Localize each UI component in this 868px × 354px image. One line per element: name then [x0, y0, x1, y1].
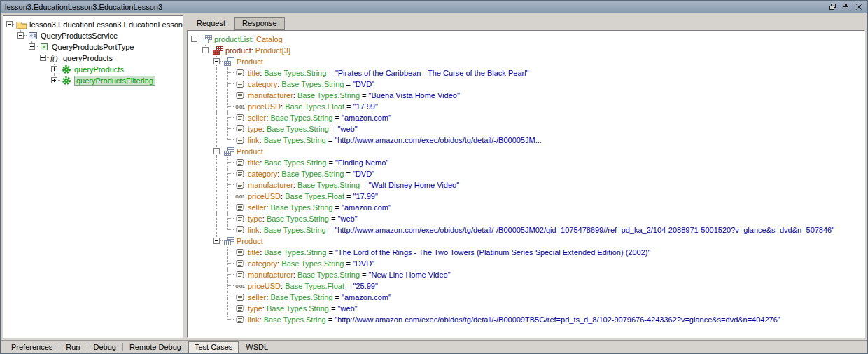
label: =: [333, 292, 342, 302]
tree-guide: [211, 90, 223, 101]
float-field-icon: 0.01: [234, 101, 246, 112]
node-field-type[interactable]: type: Base Types.String = "web": [189, 123, 863, 135]
node-field-type[interactable]: type: Base Types.String = "web": [189, 213, 863, 224]
string-field-icon: [234, 213, 246, 224]
porttype-icon: [38, 41, 50, 53]
label: =: [360, 180, 369, 190]
tree-guide: [200, 90, 211, 101]
node-field-manufacturer[interactable]: manufacturer: Base Types.String = "New L…: [189, 269, 863, 280]
tree-guide: [200, 292, 211, 303]
tree-guide: [200, 258, 211, 269]
node-field-manufacturer[interactable]: manufacturer: Base Types.String = "Walt …: [189, 179, 863, 191]
expander-minus-icon[interactable]: [15, 30, 27, 41]
tree-guide: [211, 67, 223, 79]
node-field-title[interactable]: title: Base Types.String = "Finding Nemo…: [189, 157, 863, 168]
tree-guide: [189, 258, 200, 269]
tree-guide: [189, 269, 200, 280]
expander-plus-icon[interactable]: [49, 64, 60, 75]
label: Base Types.String: [264, 225, 326, 235]
float-field-icon: 0.01: [234, 280, 246, 292]
tree-guide: [189, 135, 200, 146]
node-field-category[interactable]: category: Base Types.String = "DVD": [189, 168, 863, 179]
node-field-category[interactable]: category: Base Types.String = "DVD": [189, 79, 863, 90]
string-field-icon: [234, 123, 246, 135]
label: QueryProductsPortType: [52, 42, 134, 52]
label: seller: [248, 292, 266, 302]
label: queryProducts: [74, 64, 124, 74]
tree-item-queryproductsporttype[interactable]: QueryProductsPortType: [4, 41, 182, 53]
label: =: [326, 247, 335, 257]
node-product-2[interactable]: Product: [189, 146, 863, 157]
tree-item-lesson3-educationlesson3-educationlesson3[interactable]: lesson3.EducationLesson3.EducationLesson…: [4, 19, 182, 30]
node-field-priceUSD[interactable]: 0.01priceUSD: Base Types.Float = "17.99": [189, 101, 863, 112]
tree-guide: [211, 123, 223, 135]
expander-minus-icon[interactable]: [200, 45, 211, 56]
tree-guide: [223, 292, 234, 303]
string-field-icon: [234, 247, 246, 258]
label: =: [326, 68, 335, 78]
expander-minus-icon[interactable]: [211, 146, 223, 157]
product-icon: [223, 56, 235, 67]
label: "Finding Nemo": [335, 158, 388, 168]
node-field-category[interactable]: category: Base Types.String = "DVD": [189, 258, 863, 269]
label: "amazon.com": [342, 113, 391, 123]
node-field-seller[interactable]: seller: Base Types.String = "amazon.com": [189, 112, 863, 123]
node-product-3[interactable]: Product: [189, 236, 863, 247]
test-panel: Request Response productList: Catalogpro…: [187, 15, 865, 338]
tab-remote-debug[interactable]: Remote Debug: [123, 341, 188, 353]
node-field-manufacturer[interactable]: manufacturer: Base Types.String = "Buena…: [189, 90, 863, 101]
tree-item-queryproducts[interactable]: queryProducts: [4, 64, 182, 75]
node-field-title[interactable]: title: Base Types.String = "The Lord of …: [189, 247, 863, 258]
node-product-array[interactable]: product: Product[3]: [189, 45, 863, 56]
label: "http://www.amazon.com/exec/obidos/tg/de…: [335, 315, 780, 325]
node-field-priceUSD[interactable]: 0.01priceUSD: Base Types.Float = "25.99": [189, 280, 863, 292]
tree-guide: [200, 314, 211, 325]
node-field-title[interactable]: title: Base Types.String = "Pirates of t…: [189, 67, 863, 79]
expander-minus-icon[interactable]: [211, 56, 223, 67]
gear-icon: [60, 64, 73, 75]
tree-guide: [223, 224, 234, 236]
expander-minus-icon[interactable]: [211, 236, 223, 247]
tab-wsdl[interactable]: WSDL: [239, 341, 274, 353]
tree-guide: [211, 213, 223, 224]
node-field-seller[interactable]: seller: Base Types.String = "amazon.com": [189, 292, 863, 303]
expander-minus-icon[interactable]: [27, 41, 38, 53]
expander-minus-icon[interactable]: [189, 34, 200, 45]
tab-run[interactable]: Run: [59, 341, 86, 353]
label: "The Lord of the Rings - The Two Towers …: [335, 247, 650, 257]
node-field-link[interactable]: link: Base Types.String = "http://www.am…: [189, 224, 863, 236]
tab-preferences[interactable]: Preferences: [5, 341, 59, 353]
node-field-priceUSD[interactable]: 0.01priceUSD: Base Types.Float = "17.99": [189, 191, 863, 202]
node-field-type[interactable]: type: Base Types.String = "web": [189, 303, 863, 314]
tab-request[interactable]: Request: [189, 17, 233, 30]
tab-test-cases[interactable]: Test Cases: [188, 341, 239, 353]
expander-minus-icon[interactable]: [4, 19, 15, 30]
gear-icon: [60, 75, 73, 86]
pin-icon[interactable]: [840, 2, 851, 12]
node-product-1[interactable]: Product: [189, 56, 863, 67]
expander-plus-icon[interactable]: [49, 75, 60, 86]
label: "web": [338, 304, 358, 313]
string-field-icon: [234, 269, 246, 280]
tree-guide: [200, 236, 211, 247]
label: category: [248, 169, 277, 179]
string-field-icon: [234, 112, 246, 123]
string-field-icon: [234, 67, 246, 79]
node-productlist[interactable]: productList: Catalog: [189, 34, 863, 45]
node-field-link[interactable]: link: Base Types.String = "http://www.am…: [189, 135, 863, 146]
window-float-icon[interactable]: [827, 2, 838, 12]
tree-item-queryproductsservice[interactable]: QueryProductsService: [4, 30, 182, 41]
node-field-link[interactable]: link: Base Types.String = "http://www.am…: [189, 314, 863, 325]
string-field-icon: [234, 179, 246, 191]
string-field-icon: [234, 224, 246, 236]
tab-response[interactable]: Response: [234, 17, 285, 30]
tab-debug[interactable]: Debug: [88, 341, 122, 353]
tree-item-queryproductsfiltering[interactable]: queryProductsFiltering: [4, 75, 182, 86]
node-field-seller[interactable]: seller: Base Types.String = "amazon.com": [189, 202, 863, 213]
tree-guide: [223, 269, 234, 280]
tree-guide: [200, 224, 211, 236]
expander-minus-icon[interactable]: [38, 53, 49, 64]
label: priceUSD: [248, 281, 281, 291]
tree-item-queryproducts[interactable]: f()queryProducts: [4, 53, 182, 64]
close-icon[interactable]: [853, 2, 864, 12]
